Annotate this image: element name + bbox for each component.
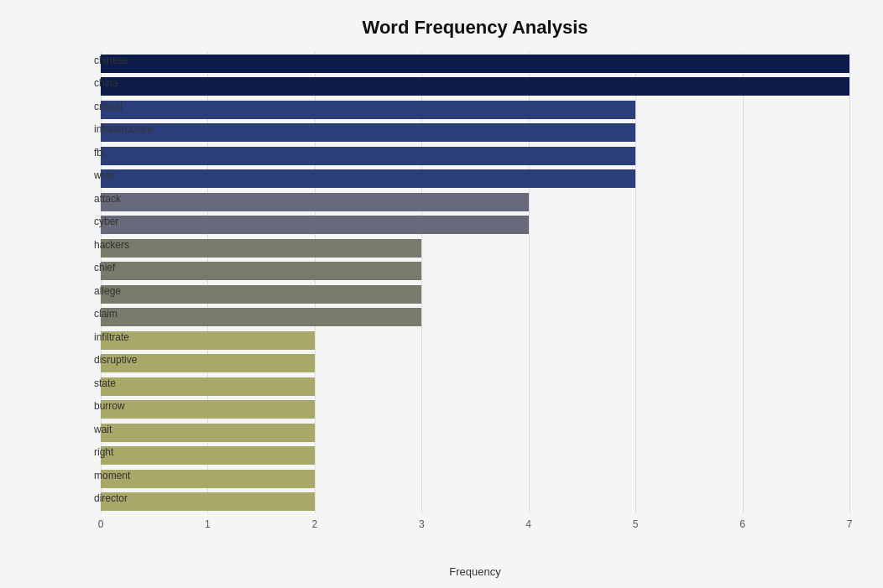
bar (101, 331, 315, 350)
bar-row: chinese (101, 55, 849, 73)
bar-wrap: cyber (101, 216, 849, 234)
bar (101, 400, 315, 419)
bar (101, 147, 635, 165)
bar (101, 193, 529, 211)
bar-row: claim (101, 308, 849, 326)
x-axis-label-container: Frequency (101, 564, 849, 579)
bar-wrap: chief (101, 262, 849, 280)
bar-row: allege (101, 285, 849, 304)
x-tick: 2 (312, 518, 318, 530)
bar-row: right (101, 446, 849, 465)
bar-row: attack (101, 193, 849, 211)
x-tick: 6 (739, 518, 745, 530)
bar-row: infiltrate (101, 331, 849, 350)
x-axis-label: Frequency (449, 565, 500, 578)
bar (101, 446, 315, 465)
bar (101, 492, 315, 511)
chart-inner: chinesechinacriticalinfrastructurefbiwra… (101, 52, 849, 547)
bar-wrap: attack (101, 193, 849, 211)
x-axis: 01234567 (101, 513, 849, 547)
bar-wrap: wray (101, 169, 849, 188)
bar-row: disruptive (101, 354, 849, 372)
bar-wrap: burrow (101, 400, 849, 419)
chart-container: Word Frequency Analysis chinesechinacrit… (0, 0, 883, 588)
bar-row: wait (101, 424, 849, 442)
grid-line (849, 52, 850, 513)
bar-row: cyber (101, 216, 849, 234)
bar-row: director (101, 492, 849, 511)
bar-row: hackers (101, 239, 849, 258)
x-tick: 7 (847, 518, 853, 530)
bar-wrap: china (101, 77, 849, 96)
bar-row: fbi (101, 147, 849, 165)
bar-row: critical (101, 101, 849, 119)
bar (101, 77, 849, 96)
bar-wrap: infrastructure (101, 123, 849, 142)
bars-container: chinesechinacriticalinfrastructurefbiwra… (101, 52, 849, 513)
bar-wrap: director (101, 492, 849, 511)
bar-wrap: wait (101, 424, 849, 442)
bar-wrap: chinese (101, 55, 849, 73)
x-tick: 4 (525, 518, 531, 530)
bar (101, 169, 635, 188)
x-tick: 5 (633, 518, 639, 530)
bar-wrap: disruptive (101, 354, 849, 372)
bar-wrap: right (101, 446, 849, 465)
bar-wrap: critical (101, 101, 849, 119)
bar-wrap: state (101, 377, 849, 396)
bar (101, 470, 315, 488)
x-tick: 0 (98, 518, 104, 530)
bar (101, 239, 421, 258)
x-tick: 3 (419, 518, 425, 530)
bar-row: burrow (101, 400, 849, 419)
bar (101, 216, 529, 234)
bar-wrap: infiltrate (101, 331, 849, 350)
bar-wrap: allege (101, 285, 849, 304)
bar-row: chief (101, 262, 849, 280)
x-tick: 1 (205, 518, 211, 530)
bar-row: infrastructure (101, 123, 849, 142)
bar (101, 123, 635, 142)
bar-row: state (101, 377, 849, 396)
bar (101, 285, 421, 304)
bar-wrap: claim (101, 308, 849, 326)
bar-row: moment (101, 470, 849, 488)
bar-wrap: fbi (101, 147, 849, 165)
chart-area: chinesechinacriticalinfrastructurefbiwra… (101, 52, 849, 547)
bar (101, 377, 315, 396)
bar-wrap: moment (101, 470, 849, 488)
bar (101, 101, 635, 119)
chart-title: Word Frequency Analysis (101, 17, 849, 39)
bar-wrap: hackers (101, 239, 849, 258)
bar-row: wray (101, 169, 849, 188)
bar (101, 424, 315, 442)
bar (101, 55, 849, 73)
bar (101, 308, 421, 326)
bar (101, 262, 421, 280)
bar-row: china (101, 77, 849, 96)
